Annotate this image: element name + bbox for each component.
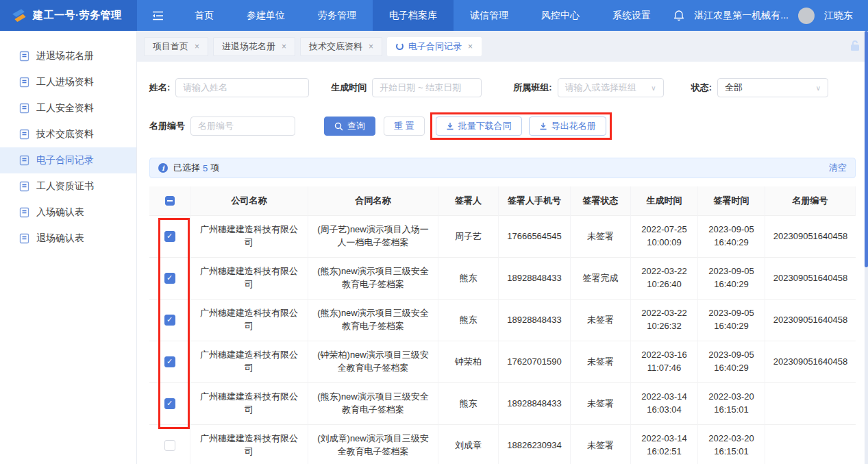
table-header-row: 公司名称合同名称签署人签署人手机号签署状态生成时间签署时间名册编号 <box>149 186 856 216</box>
selection-alert: i 已选择 5 项 清空 <box>149 158 856 178</box>
tab-close-icon[interactable]: × <box>282 42 286 51</box>
company-cell: 广州穗建建造科技有限公司 <box>190 383 308 425</box>
tab-label: 技术交底资料 <box>309 40 362 53</box>
tab-close-icon[interactable]: × <box>468 42 473 51</box>
tab[interactable]: 技术交底资料 × <box>300 37 382 56</box>
row-checkbox[interactable] <box>164 356 175 367</box>
tab-label: 电子合同记录 <box>408 40 462 53</box>
column-header: 公司名称 <box>190 186 308 216</box>
signer-cell: 周子艺 <box>438 216 499 258</box>
column-header: 生成时间 <box>631 186 698 216</box>
reset-button[interactable]: 重 置 <box>384 117 425 136</box>
sidebar-item[interactable]: 进退场花名册 <box>0 43 136 69</box>
roster-no-cell: 202309051640458 <box>765 258 856 300</box>
tab[interactable]: 项目首页 × <box>144 37 208 56</box>
vertical-scrollbar[interactable] <box>865 31 868 464</box>
company-cell: 广州穗建建造科技有限公司 <box>190 258 308 300</box>
username[interactable]: 江晓东 <box>824 10 853 22</box>
search-button[interactable]: 查询 <box>324 117 375 136</box>
sidebar-item[interactable]: 技术交底资料 <box>0 121 136 147</box>
signer-cell: 熊东 <box>438 300 499 341</box>
download-icon <box>446 122 454 130</box>
roster-no-placeholder: 名册编号 <box>198 120 234 132</box>
avatar[interactable] <box>798 8 815 24</box>
sidebar-item[interactable]: 入场确认表 <box>0 199 136 225</box>
gen-time-placeholder: 开始日期 ~ 结束日期 <box>380 82 461 94</box>
roster-no-label: 名册编号 <box>149 120 185 132</box>
export-roster-button[interactable]: 导出花名册 <box>529 117 606 136</box>
clear-selection-link[interactable]: 清空 <box>829 162 847 174</box>
top-navigation: 首页参建单位劳务管理电子档案库诚信管理风控中心系统设置 <box>178 0 667 31</box>
sidebar-item[interactable]: 工人安全资料 <box>0 95 136 121</box>
tab-close-icon[interactable]: × <box>195 42 199 51</box>
row-checkbox[interactable] <box>164 440 175 451</box>
topnav-item[interactable]: 风控中心 <box>525 0 596 31</box>
project-name[interactable]: 湛江农垦第一机械有... <box>694 10 789 22</box>
topnav-item[interactable]: 参建单位 <box>230 0 301 31</box>
collapse-menu-icon[interactable] <box>137 0 178 31</box>
table-row: 广州穗建建造科技有限公司 (熊东)new演示项目三级安全教育电子签档案 熊东 1… <box>149 383 856 425</box>
signed-time-cell: 2023-09-05 16:40:29 <box>698 300 765 341</box>
gen-time-range-input[interactable]: 开始日期 ~ 结束日期 <box>372 78 482 97</box>
gen-time-label: 生成时间 <box>331 82 367 94</box>
scrollbar-thumb[interactable] <box>865 31 868 267</box>
tab[interactable]: 电子合同记录 × <box>387 37 482 56</box>
checkbox-cell <box>149 300 190 341</box>
topnav-item[interactable]: 劳务管理 <box>301 0 373 31</box>
sidebar-item[interactable]: 工人资质证书 <box>0 173 136 199</box>
contract-cell: (周子艺)new演示项目入场一人一档电子签档案 <box>308 216 438 258</box>
topnav-item[interactable]: 电子档案库 <box>373 0 454 31</box>
row-checkbox[interactable] <box>164 231 175 242</box>
tab[interactable]: 进退场花名册 × <box>213 37 295 56</box>
status-select[interactable]: 全部 ∨ <box>717 78 828 97</box>
status-cell: 签署完成 <box>571 258 631 300</box>
name-input[interactable]: 请输入姓名 <box>175 78 309 97</box>
notification-bell-icon[interactable] <box>673 10 684 21</box>
company-cell: 广州穗建建造科技有限公司 <box>190 216 308 258</box>
sidebar-item[interactable]: 电子合同记录 <box>0 147 136 173</box>
generated-time-cell: 2022-03-16 11:07:46 <box>631 341 698 383</box>
content-panel: 姓名: 请输入姓名 生成时间 开始日期 ~ 结束日期 所属班组: 请输入或选择班… <box>137 62 868 464</box>
selection-count: 5 <box>203 163 208 173</box>
checkbox-cell <box>149 341 190 383</box>
filter-row-2: 名册编号 名册编号 查询 重 置 <box>149 112 856 140</box>
column-header: 签署时间 <box>698 186 765 216</box>
team-select[interactable]: 请输入或选择班组 ∨ <box>558 78 664 97</box>
topnav-item[interactable]: 诚信管理 <box>454 0 525 31</box>
roster-no-input[interactable]: 名册编号 <box>190 117 295 136</box>
topnav-item[interactable]: 首页 <box>178 0 230 31</box>
phone-cell: 18928848433 <box>499 300 571 341</box>
sidebar-item[interactable]: 工人进场资料 <box>0 69 136 95</box>
roster-no-cell: 202309051640458 <box>765 216 856 258</box>
row-checkbox[interactable] <box>164 273 175 284</box>
tab-close-icon[interactable]: × <box>369 42 373 51</box>
document-icon <box>19 129 29 140</box>
checkbox-cell <box>149 258 190 300</box>
row-checkbox[interactable] <box>164 315 175 326</box>
company-cell: 广州穗建建造科技有限公司 <box>190 300 308 341</box>
table-row: 广州穗建建造科技有限公司 (钟荣柏)new演示项目三级安全教育电子签档案 钟荣柏… <box>149 341 856 383</box>
roster-no-cell <box>765 383 856 425</box>
select-all-checkbox[interactable] <box>165 196 175 206</box>
contracts-table: 公司名称合同名称签署人签署人手机号签署状态生成时间签署时间名册编号 广州穗建建造… <box>149 186 856 464</box>
table-row: 广州穗建建造科技有限公司 (熊东)new演示项目三级安全教育电子签档案 熊东 1… <box>149 258 856 300</box>
topnav-item[interactable]: 系统设置 <box>596 0 667 31</box>
row-checkbox[interactable] <box>164 398 175 409</box>
column-header: 合同名称 <box>308 186 438 216</box>
batch-download-button[interactable]: 批量下载合同 <box>436 117 522 136</box>
chevron-down-icon: ∨ <box>816 84 821 92</box>
signer-cell: 刘成章 <box>438 425 499 464</box>
roster-no-cell <box>765 425 856 464</box>
generated-time-cell: 2022-03-14 16:02:51 <box>631 425 698 464</box>
topbar-right: 湛江农垦第一机械有... 江晓东 <box>673 0 868 31</box>
download-icon <box>539 122 547 130</box>
table-row: 广州穗建建造科技有限公司 (熊东)new演示项目三级安全教育电子签档案 熊东 1… <box>149 300 856 341</box>
loading-icon <box>396 42 404 50</box>
generated-time-cell: 2022-07-25 10:00:09 <box>631 216 698 258</box>
generated-time-cell: 2022-03-22 10:26:32 <box>631 300 698 341</box>
status-cell: 未签署 <box>571 300 631 341</box>
document-icon <box>19 207 29 218</box>
phone-cell: 17666564545 <box>499 216 571 258</box>
phone-cell: 18928848433 <box>499 258 571 300</box>
sidebar-item[interactable]: 退场确认表 <box>0 225 136 252</box>
